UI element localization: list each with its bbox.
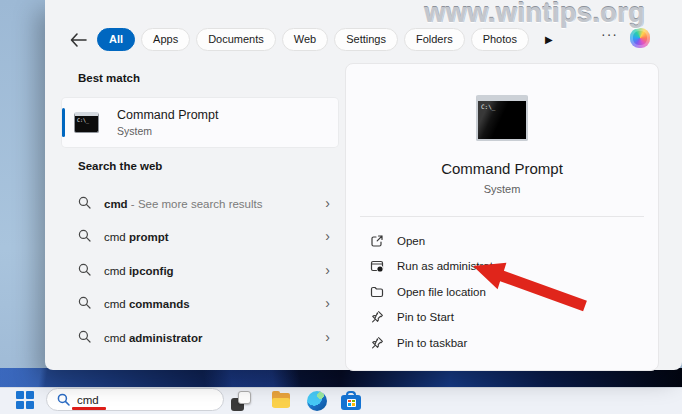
- action-label: Run as administrator: [397, 260, 503, 272]
- web-suggestion-row[interactable]: cmd administrator ›: [62, 321, 338, 355]
- back-button[interactable]: [69, 30, 89, 50]
- result-title: Command Prompt: [117, 108, 218, 122]
- search-icon: [57, 393, 70, 406]
- typed-text: cmd: [104, 265, 129, 277]
- chevron-right-icon[interactable]: ›: [325, 328, 330, 344]
- search-web-section-title: Search the web: [78, 160, 162, 172]
- microsoft-store-button[interactable]: [341, 391, 361, 411]
- typed-text: cmd: [104, 298, 129, 310]
- suggestion-text: prompt: [129, 231, 169, 243]
- tab-apps[interactable]: Apps: [141, 28, 190, 51]
- tab-web[interactable]: Web: [282, 28, 328, 51]
- action-pin-to-taskbar[interactable]: Pin to taskbar: [370, 330, 658, 356]
- best-match-section-title: Best match: [78, 72, 140, 84]
- action-run-as-administrator[interactable]: Run as administrator: [370, 254, 658, 280]
- search-icon: [78, 195, 91, 213]
- tab-photos[interactable]: Photos: [471, 28, 529, 51]
- suggestion-text: administrator: [129, 332, 203, 344]
- action-label: Open: [397, 235, 425, 247]
- tab-folders[interactable]: Folders: [404, 28, 465, 51]
- preview-title: Command Prompt: [441, 160, 563, 177]
- search-filter-tabs: All Apps Documents Web Settings Folders …: [97, 28, 553, 51]
- result-preview-card: Command Prompt System Open Run as admini…: [345, 63, 659, 371]
- windows-logo-icon: [16, 401, 24, 409]
- pin-icon: [370, 310, 384, 324]
- folder-icon: [272, 398, 290, 408]
- web-suggestion-row[interactable]: cmd prompt ›: [62, 221, 338, 255]
- copilot-icon[interactable]: [630, 28, 650, 48]
- pin-icon: [370, 336, 384, 350]
- typed-text: cmd: [104, 231, 129, 243]
- web-suggestions-list: cmd - See more search results › cmd prom…: [62, 187, 338, 355]
- tab-documents[interactable]: Documents: [196, 28, 276, 51]
- search-input-value[interactable]: cmd: [77, 394, 99, 406]
- wallpaper-bloom: [0, 368, 682, 388]
- windows-logo-icon: [26, 391, 34, 399]
- tab-settings[interactable]: Settings: [334, 28, 398, 51]
- result-subtitle: System: [117, 125, 218, 137]
- start-button[interactable]: [16, 391, 33, 408]
- annotation-underline: [72, 407, 106, 410]
- run-admin-icon: [370, 259, 384, 273]
- edge-browser-button[interactable]: [307, 391, 327, 411]
- task-view-icon: [238, 391, 251, 404]
- context-actions-list: Open Run as administrator Open file loca…: [346, 217, 658, 356]
- store-windows-logo-icon: [347, 399, 356, 407]
- taskbar-search-box[interactable]: cmd: [46, 388, 224, 411]
- action-open-file-location[interactable]: Open file location: [370, 279, 658, 305]
- action-pin-to-start[interactable]: Pin to Start: [370, 305, 658, 331]
- command-prompt-icon: [74, 112, 99, 133]
- windows-logo-icon: [26, 401, 34, 409]
- watermark: www.wintips.org: [424, 0, 645, 29]
- task-view-button[interactable]: [231, 391, 251, 411]
- typed-text: cmd: [104, 332, 129, 344]
- action-open[interactable]: Open: [370, 228, 658, 254]
- action-label: Open file location: [397, 286, 486, 298]
- web-suggestion-row[interactable]: cmd ipconfig ›: [62, 254, 338, 288]
- command-prompt-icon: [476, 95, 528, 141]
- edge-icon: [307, 391, 327, 411]
- folder-icon: [370, 285, 384, 299]
- search-icon: [78, 228, 91, 246]
- search-icon: [78, 295, 91, 313]
- chevron-right-icon[interactable]: ›: [325, 194, 330, 210]
- chevron-right-icon[interactable]: ›: [325, 228, 330, 244]
- tab-all[interactable]: All: [97, 28, 135, 51]
- preview-subtitle: System: [484, 183, 521, 195]
- search-icon: [78, 262, 91, 280]
- typed-text: cmd: [104, 198, 128, 210]
- search-icon: [78, 329, 91, 347]
- suggestion-text: - See more search results: [128, 198, 263, 210]
- action-label: Pin to taskbar: [397, 337, 467, 349]
- suggestion-text: commands: [129, 298, 190, 310]
- action-label: Pin to Start: [397, 311, 454, 323]
- web-suggestion-row[interactable]: cmd commands ›: [62, 288, 338, 322]
- suggestion-text: ipconfig: [129, 265, 174, 277]
- web-suggestion-row[interactable]: cmd - See more search results ›: [62, 187, 338, 221]
- file-explorer-button[interactable]: [271, 391, 291, 411]
- chevron-right-icon[interactable]: ›: [325, 261, 330, 277]
- open-external-icon: [370, 234, 384, 248]
- more-filters-icon[interactable]: ▶: [545, 34, 553, 45]
- best-match-result[interactable]: Command Prompt System: [62, 98, 338, 147]
- chevron-right-icon[interactable]: ›: [325, 295, 330, 311]
- windows-logo-icon: [16, 391, 24, 399]
